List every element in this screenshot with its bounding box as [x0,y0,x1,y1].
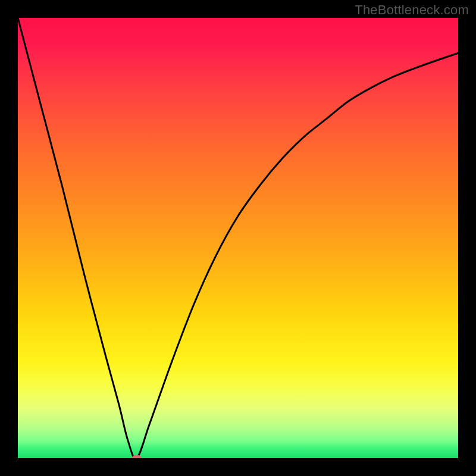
watermark-text: TheBottleneck.com [355,2,469,18]
curve-line [18,18,458,458]
curve-svg [18,18,458,458]
optimal-marker [132,455,142,459]
plot-area [18,18,458,458]
chart-frame: TheBottleneck.com [0,0,476,476]
